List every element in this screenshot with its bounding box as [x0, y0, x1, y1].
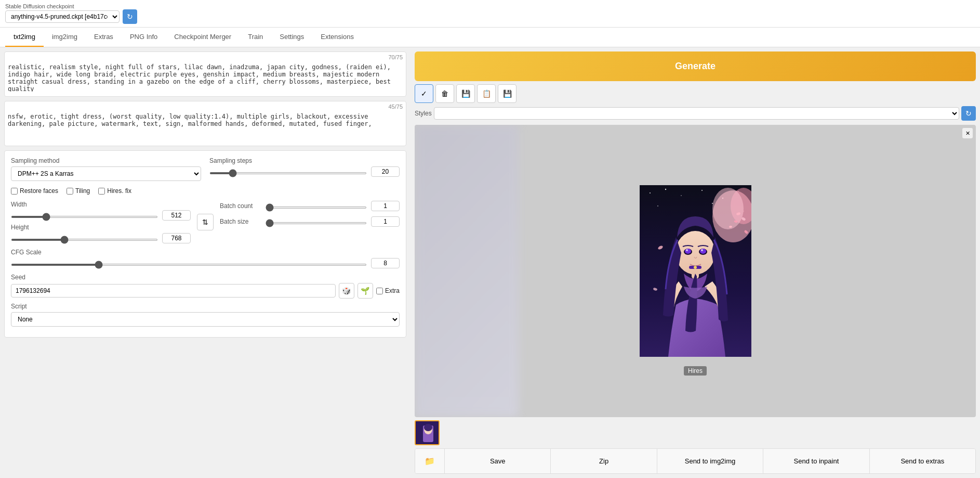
- generate-button[interactable]: Generate: [415, 51, 976, 81]
- svg-point-27: [694, 266, 697, 269]
- seed-extra-input[interactable]: [376, 288, 383, 294]
- negative-prompt-box: 45/75: [4, 101, 406, 146]
- sampling-method-label: Sampling method: [11, 157, 201, 164]
- batch-count-row: Batch count: [220, 201, 400, 211]
- checkpoint-dropdown[interactable]: anything-v4.5-pruned.ckpt [e4b17ce185]: [5, 10, 120, 23]
- send-to-inpaint-btn[interactable]: Send to inpaint: [763, 449, 869, 473]
- hires-fix-checkbox[interactable]: Hires. fix: [98, 187, 131, 195]
- hires-fix-label: Hires. fix: [107, 187, 131, 195]
- seed-label: Seed: [11, 274, 400, 281]
- content-area: 70/75 45/75 Sampling method DPM++ 2S a K…: [0, 47, 980, 478]
- swap-dimensions-btn[interactable]: ⇅: [197, 214, 214, 230]
- tab-img2img[interactable]: img2img: [44, 28, 86, 47]
- sampling-row: Sampling method DPM++ 2S a Karras Sampli…: [11, 157, 400, 181]
- send-to-img2img-btn[interactable]: Send to img2img: [657, 449, 763, 473]
- script-label: Script: [11, 303, 400, 310]
- restore-faces-input[interactable]: [11, 188, 18, 195]
- seed-section: Seed 🎲 🌱 Extra: [11, 274, 400, 299]
- checkboxes-row: Restore faces Tiling Hires. fix: [11, 187, 400, 195]
- sampling-steps-label: Sampling steps: [209, 157, 400, 164]
- batch-count-slider-container: [266, 202, 367, 210]
- width-slider-row: [11, 210, 191, 221]
- sampling-steps-slider-container: [209, 168, 367, 176]
- tab-checkpoint-merger[interactable]: Checkpoint Merger: [166, 28, 240, 47]
- tab-extensions[interactable]: Extensions: [312, 28, 362, 47]
- cfg-scale-label: CFG Scale: [11, 249, 400, 256]
- positive-prompt-box: 70/75: [4, 51, 406, 97]
- batch-size-slider[interactable]: [266, 222, 367, 224]
- batch-size-slider-container: [266, 218, 367, 226]
- positive-prompt-textarea[interactable]: [8, 55, 403, 92]
- batch-count-input[interactable]: [371, 201, 400, 211]
- batch-count-slider[interactable]: [266, 206, 367, 209]
- top-bar: Stable Diffusion checkpoint anything-v4.…: [0, 0, 980, 28]
- zip-action-btn[interactable]: Zip: [551, 449, 657, 473]
- tab-train[interactable]: Train: [240, 28, 271, 47]
- sampling-steps-slider[interactable]: [209, 172, 367, 174]
- interrupt-btn[interactable]: ✓: [415, 84, 433, 103]
- generated-image: [640, 185, 751, 357]
- toolbar-row: ✓ 🗑 💾 📋 💾: [415, 84, 976, 103]
- main-controls: Sampling method DPM++ 2S a Karras Sampli…: [4, 150, 406, 338]
- width-input[interactable]: [162, 210, 191, 221]
- open-folder-btn[interactable]: 📁: [415, 449, 445, 473]
- sampling-steps-col: Sampling steps: [209, 157, 400, 181]
- positive-prompt-counter: 70/75: [388, 54, 403, 60]
- seed-dice-btn[interactable]: 🎲: [339, 283, 354, 299]
- batch-size-row: Batch size: [220, 216, 400, 227]
- script-select[interactable]: None: [11, 312, 400, 327]
- image-close-btn[interactable]: ✕: [962, 128, 973, 138]
- width-label: Width: [11, 201, 191, 208]
- svg-point-2: [665, 189, 666, 190]
- send-to-extras-btn[interactable]: Send to extras: [870, 449, 975, 473]
- svg-point-23: [700, 249, 706, 254]
- styles-row: Styles ↻: [415, 106, 976, 121]
- svg-point-12: [712, 188, 744, 229]
- svg-point-3: [681, 195, 682, 196]
- thumbnail-row: [415, 417, 976, 448]
- cfg-scale-input[interactable]: [371, 258, 400, 268]
- save-style-btn[interactable]: 💾: [498, 84, 517, 103]
- checkpoint-refresh-btn[interactable]: ↻: [123, 9, 137, 24]
- batch-col: Batch count Batch size: [220, 201, 400, 243]
- negative-prompt-textarea[interactable]: [8, 105, 403, 141]
- seed-extra-checkbox[interactable]: Extra: [376, 287, 400, 294]
- negative-prompt-counter: 45/75: [388, 104, 403, 110]
- seed-input[interactable]: [11, 284, 336, 298]
- save-btn[interactable]: Save: [445, 449, 551, 473]
- hires-fix-input[interactable]: [98, 188, 105, 195]
- svg-point-4: [701, 190, 703, 191]
- height-input[interactable]: [162, 233, 191, 243]
- restore-faces-checkbox[interactable]: Restore faces: [11, 187, 58, 195]
- height-slider[interactable]: [11, 239, 158, 241]
- blur-bg: [415, 125, 519, 417]
- zip-btn[interactable]: 💾: [456, 84, 475, 103]
- tab-pnginfo[interactable]: PNG Info: [122, 28, 166, 47]
- generate-col: Generate ✓ 🗑 💾 📋 💾 Styles: [415, 51, 976, 121]
- batch-size-input[interactable]: [371, 216, 400, 227]
- bottom-actions: 📁 Save Zip Send to img2img Send to inpai…: [415, 448, 976, 474]
- tab-txt2img[interactable]: txt2img: [5, 28, 44, 47]
- cfg-scale-slider[interactable]: [11, 264, 367, 266]
- width-slider[interactable]: [11, 216, 158, 218]
- thumbnail-1[interactable]: [415, 420, 440, 445]
- tab-settings[interactable]: Settings: [271, 28, 312, 47]
- tiling-input[interactable]: [67, 188, 73, 195]
- tiling-checkbox[interactable]: Tiling: [67, 187, 90, 195]
- styles-refresh-btn[interactable]: ↻: [961, 106, 976, 121]
- trash-btn[interactable]: 🗑: [435, 84, 454, 103]
- left-controls-panel: 70/75 45/75 Sampling method DPM++ 2S a K…: [0, 47, 410, 478]
- paste-btn[interactable]: 📋: [477, 84, 496, 103]
- tab-extras[interactable]: Extras: [86, 28, 122, 47]
- svg-point-7: [657, 205, 658, 206]
- sampling-steps-input[interactable]: [371, 166, 400, 177]
- generate-area: Generate ✓ 🗑 💾 📋 💾 Styles: [415, 51, 976, 121]
- script-section: Script None: [11, 303, 400, 327]
- styles-select[interactable]: [434, 107, 959, 120]
- svg-point-8: [712, 203, 713, 204]
- sampling-method-select[interactable]: DPM++ 2S a Karras: [11, 166, 201, 181]
- seed-recycle-btn[interactable]: 🌱: [357, 283, 373, 299]
- seed-extra-label: Extra: [385, 287, 400, 294]
- width-slider-container: [11, 212, 158, 219]
- sampling-method-col: Sampling method DPM++ 2S a Karras: [11, 157, 201, 181]
